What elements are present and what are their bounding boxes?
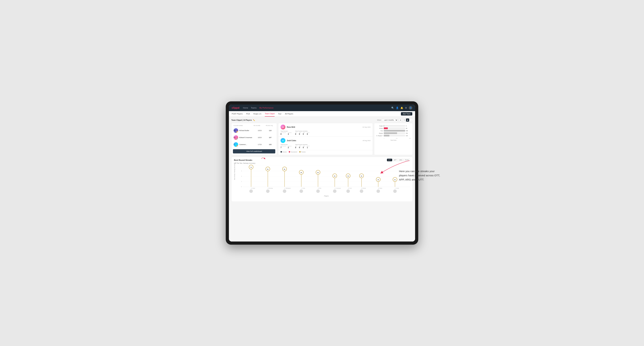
sub-nav-pga[interactable]: PGA: [246, 111, 250, 117]
table-row[interactable]: EC 2 Edward Crossman 18/20 107: [233, 134, 275, 141]
svg-point-12: [249, 189, 253, 193]
bar-track: [384, 127, 405, 129]
add-team-button[interactable]: Add Team: [401, 112, 412, 116]
streaks-title: Best Round Streaks: [234, 159, 252, 161]
player-card-stats: Total Rounds Tournament 7 Practice 2: [280, 144, 370, 149]
svg-text:J. Coles: J. Coles: [301, 188, 305, 189]
pb-score: 19/20: [254, 130, 266, 131]
player-name: Edward Crossman: [239, 137, 252, 138]
edit-icon[interactable]: ✏️: [253, 119, 255, 121]
nav-performance[interactable]: My Performance: [259, 107, 274, 109]
legend-practice-text: Practice: [301, 151, 306, 153]
filter-ott-button[interactable]: OTT: [387, 159, 392, 161]
view-full-leaderboard-button[interactable]: View Full Leaderboard: [233, 149, 275, 154]
list-view-button[interactable]: ☰: [402, 119, 406, 122]
table-view-button[interactable]: ↕: [410, 119, 413, 122]
nav-home[interactable]: Home: [243, 107, 248, 109]
player-info: C 3 Cameron...: [234, 142, 254, 147]
svg-text:B. McHarg: B. McHarg: [268, 188, 273, 189]
nav-links: Home Teams My Performance: [243, 107, 388, 109]
legend-tournament-label: Rounds: [282, 151, 287, 153]
rank-badge: 2: [236, 138, 238, 140]
tablet-screen: clippd Home Teams My Performance 🔍 👤 🔔 ⚙…: [229, 105, 415, 241]
sub-nav-team-clippd[interactable]: Team Clippd: [265, 111, 274, 117]
main-content: Team Clippd | 14 Players ✏️ Show Last 3 …: [229, 117, 415, 241]
rank-badge: 1: [236, 131, 238, 133]
svg-point-28: [316, 189, 320, 193]
bar-track: [384, 132, 405, 134]
bar-value: 499: [406, 130, 411, 131]
arg-stat: ARG 0: [303, 146, 305, 149]
team-header: Team Clippd | 14 Players ✏️ Show Last 3 …: [231, 119, 413, 122]
team-title: Team Clippd | 14 Players: [231, 119, 252, 121]
card-view-button[interactable]: ▦: [406, 119, 409, 122]
x-label-0: 0: [384, 138, 384, 139]
sub-nav: PGAT Players PGA Hcaps 1-5 Team Clippd T…: [229, 111, 415, 117]
tablet-device: clippd Home Teams My Performance 🔍 👤 🔔 ⚙…: [226, 101, 418, 245]
player-card: RB Rees Britt 02 Sep 2023 Total Rounds T…: [278, 123, 372, 137]
table-row[interactable]: RB 1 Richard Butler 19/20 110: [233, 127, 275, 134]
player-card-stats: Total Rounds Tournament 8 Practice 4: [280, 131, 370, 135]
total-rounds-label: Total Rounds: [280, 144, 292, 145]
app-logo: clippd: [232, 106, 240, 109]
sub-nav-tour[interactable]: Tour: [278, 111, 282, 117]
player-name: Richard Butler: [239, 130, 249, 131]
streaks-chart-container: Best Streak, Fairway Accuracy 0 2 4 6: [234, 166, 410, 200]
bar-track: [384, 130, 405, 132]
grid-view-button[interactable]: ⊞: [399, 119, 402, 122]
app-stat: APP 0: [299, 146, 301, 149]
practice-activities-label: Total Practice Activities: [295, 131, 310, 132]
stat-filter-buttons: OTT APP ARG PUTT: [387, 159, 410, 161]
svg-point-20: [283, 189, 286, 193]
filter-putt-button[interactable]: PUTT: [404, 159, 410, 161]
total-rounds-group: Total Rounds Tournament 8 Practice 4: [280, 131, 292, 135]
user-icon[interactable]: 👤: [396, 107, 399, 109]
svg-text:E. Crossman: E. Crossman: [335, 188, 341, 189]
svg-point-32: [333, 189, 336, 193]
svg-text:4x: 4x: [334, 175, 336, 177]
svg-text:6: 6: [241, 170, 242, 172]
svg-text:C. Quick: C. Quick: [395, 188, 399, 189]
settings-icon[interactable]: ⚙: [405, 107, 407, 109]
svg-text:7x: 7x: [250, 167, 252, 168]
practice-activities-group: Total Practice Activities OTT 0 APP 0: [295, 144, 310, 149]
filter-arg-button[interactable]: ARG: [398, 159, 404, 161]
bar-item-birdies: Birdies 96: [376, 127, 411, 129]
bar-item-pars: Pars 499: [376, 130, 411, 132]
bar-chart-x-axis: 0 200 400: [376, 138, 411, 139]
search-icon[interactable]: 🔍: [391, 107, 394, 109]
sub-nav-all-players[interactable]: All Players: [285, 111, 293, 117]
table-row[interactable]: C 3 Cameron... 17/20 103: [233, 141, 275, 148]
bar-fill-birdies: [384, 127, 388, 129]
svg-text:4: 4: [241, 176, 242, 177]
svg-text:0: 0: [241, 186, 242, 187]
tournament-stat: Tournament 7: [280, 146, 286, 149]
bar-chart-x-title: Total Shots: [376, 140, 411, 141]
streaks-section: Best Round Streaks OTT APP: [231, 157, 413, 202]
pb-avg: 110: [266, 130, 274, 131]
svg-text:6x: 6x: [267, 169, 268, 170]
bar-value: 96: [406, 128, 411, 129]
avatar[interactable]: 👤: [409, 106, 412, 110]
svg-text:4x: 4x: [348, 175, 349, 177]
sub-nav-hcaps[interactable]: Hcaps 1-5: [254, 111, 262, 117]
avatar: EC 2: [234, 135, 238, 140]
nav-bar: clippd Home Teams My Performance 🔍 👤 🔔 ⚙…: [229, 105, 415, 111]
streaks-svg-chart: 0 2 4 6 7x 6x: [243, 166, 410, 194]
nav-teams[interactable]: Teams: [251, 107, 256, 109]
practice-stat: Practice 2: [288, 146, 292, 149]
bell-icon[interactable]: 🔔: [400, 107, 403, 109]
bar-label: D. Bogeys +: [376, 135, 383, 136]
bar-value: 311: [406, 133, 411, 134]
legend-practice: Practice: [299, 151, 306, 153]
col-pb-score: PB SCORE: [254, 125, 266, 126]
svg-text:M. Maher: M. Maher: [362, 188, 366, 189]
player-info: RB 1 Richard Butler: [234, 128, 254, 133]
sub-nav-pgat[interactable]: PGAT Players: [232, 111, 242, 117]
app-stat: APP 0: [299, 132, 301, 135]
period-select[interactable]: Last 3 months: [382, 119, 398, 122]
svg-point-40: [360, 189, 363, 193]
filter-app-button[interactable]: APP: [392, 159, 398, 161]
practice-activities-group: Total Practice Activities OTT 0 APP 0: [295, 131, 310, 135]
legend-practice-dot: [299, 151, 301, 153]
